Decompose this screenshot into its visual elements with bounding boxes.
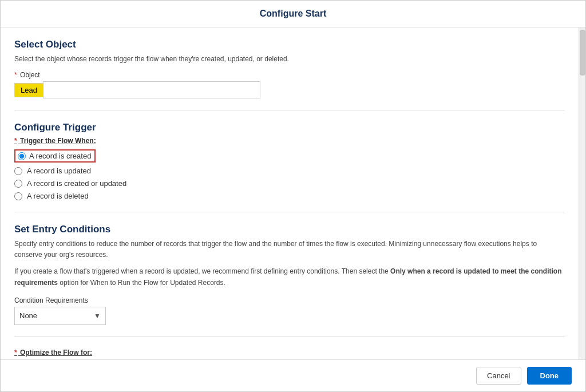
scrollbar-track[interactable] — [579, 27, 585, 359]
select-object-desc: Select the object whose records trigger … — [14, 54, 565, 64]
object-required-marker: * — [14, 71, 17, 79]
condition-req-label: Condition Requirements — [14, 296, 565, 304]
object-input-wrapper: Lead — [14, 81, 565, 98]
condition-dropdown[interactable]: None ▼ — [14, 307, 106, 325]
trigger-flow-when-label: * Trigger the Flow When: — [14, 137, 565, 145]
object-tag[interactable]: Lead — [14, 83, 43, 97]
trigger-option-4[interactable]: A record is deleted — [14, 192, 565, 200]
entry-conditions-title: Set Entry Conditions — [14, 224, 565, 235]
trigger-required-marker: * — [14, 137, 17, 145]
object-text-input[interactable] — [43, 81, 260, 98]
scrollbar-thumb[interactable] — [580, 30, 585, 76]
radio-highlighted-wrapper: A record is created — [14, 149, 96, 163]
done-button[interactable]: Done — [527, 367, 572, 385]
configure-start-modal: Configure Start Select Object Select the… — [0, 0, 586, 392]
trigger-radio-group: A record is created A record is updated … — [14, 149, 565, 200]
configure-trigger-section: Configure Trigger * Trigger the Flow Whe… — [14, 122, 565, 212]
trigger-option-3[interactable]: A record is created or updated — [14, 179, 565, 188]
cancel-button[interactable]: Cancel — [476, 367, 521, 385]
entry-conditions-desc: Specify entry conditions to reduce the n… — [14, 239, 565, 260]
content-area: Select Object Select the object whose re… — [1, 27, 579, 359]
configure-trigger-title: Configure Trigger — [14, 122, 565, 133]
modal-body: Select Object Select the object whose re… — [1, 27, 585, 359]
entry-info-text: If you create a flow that's triggered wh… — [14, 266, 565, 288]
select-object-title: Select Object — [14, 39, 565, 50]
modal-footer: Cancel Done — [1, 359, 585, 391]
trigger-option-1[interactable]: A record is created — [14, 149, 565, 163]
modal-title: Configure Start — [1, 1, 585, 27]
optimize-label: * Optimize the Flow for: — [14, 349, 565, 357]
optimize-section: * Optimize the Flow for: Fast Field Upda… — [14, 349, 565, 359]
object-field-label: * Object — [14, 71, 565, 79]
dropdown-arrow-icon: ▼ — [94, 312, 101, 320]
trigger-radio-deleted[interactable] — [14, 192, 22, 200]
set-entry-conditions-section: Set Entry Conditions Specify entry condi… — [14, 224, 565, 337]
trigger-radio-created[interactable] — [18, 152, 26, 160]
optimize-required-marker: * — [14, 349, 17, 357]
trigger-radio-updated[interactable] — [14, 167, 22, 175]
trigger-radio-created-updated[interactable] — [14, 180, 22, 188]
trigger-option-2[interactable]: A record is updated — [14, 167, 565, 175]
select-object-section: Select Object Select the object whose re… — [14, 39, 565, 110]
